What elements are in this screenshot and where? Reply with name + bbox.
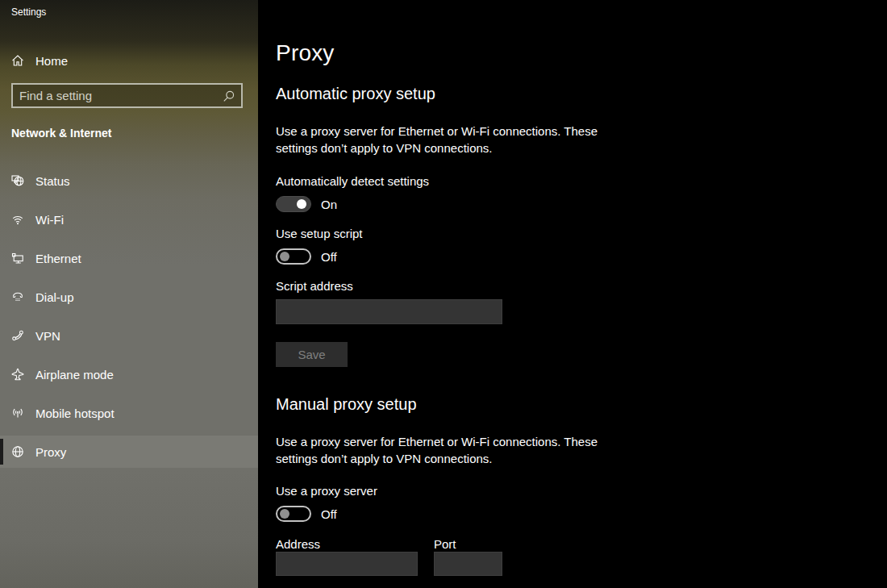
sidebar-item-wifi[interactable]: Wi-Fi	[0, 203, 258, 236]
wifi-icon	[11, 213, 24, 226]
toggle-knob	[280, 509, 289, 519]
selected-item-indicator	[0, 439, 3, 465]
save-button[interactable]: Save	[276, 342, 348, 367]
settings-window: Settings Home Network & Internet Status	[0, 0, 887, 588]
sidebar-group-header: Network & Internet	[11, 127, 111, 140]
manual-proxy-heading: Manual proxy setup	[276, 395, 417, 414]
auto-detect-label: Automatically detect settings	[276, 174, 429, 188]
sidebar-item-label: Home	[35, 54, 68, 68]
hotspot-icon	[11, 407, 24, 419]
address-label: Address	[276, 537, 320, 551]
auto-detect-state: On	[321, 198, 337, 211]
proxy-globe-icon	[11, 445, 24, 458]
port-label: Port	[434, 537, 456, 551]
use-setup-script-state: Off	[321, 250, 337, 264]
use-proxy-server-state: Off	[321, 507, 337, 521]
automatic-proxy-description: Use a proxy server for Ethernet or Wi-Fi…	[276, 123, 632, 156]
use-setup-script-toggle[interactable]	[276, 248, 311, 265]
sidebar-item-mobile-hotspot[interactable]: Mobile hotspot	[0, 397, 258, 429]
toggle-knob	[297, 199, 306, 209]
search-input[interactable]	[13, 85, 241, 106]
port-input[interactable]	[434, 552, 502, 576]
sidebar-item-ethernet[interactable]: Ethernet	[0, 242, 258, 274]
toggle-knob	[280, 252, 289, 261]
vpn-icon	[11, 329, 24, 342]
script-address-input[interactable]	[276, 299, 502, 324]
sidebar-item-label: Dial-up	[35, 290, 74, 304]
sidebar-item-label: Status	[35, 174, 70, 188]
script-address-label: Script address	[276, 279, 353, 293]
sidebar-item-label: Airplane mode	[35, 368, 114, 382]
sidebar: Settings Home Network & Internet Status	[0, 0, 258, 588]
use-proxy-server-label: Use a proxy server	[276, 484, 377, 498]
sidebar-item-home[interactable]: Home	[0, 44, 258, 77]
ethernet-icon	[11, 252, 24, 265]
sidebar-item-label: VPN	[35, 329, 60, 343]
search-icon[interactable]	[222, 90, 235, 103]
use-setup-script-label: Use setup script	[276, 227, 363, 240]
sidebar-item-label: Proxy	[35, 445, 66, 459]
auto-detect-toggle[interactable]	[276, 196, 311, 212]
automatic-proxy-heading: Automatic proxy setup	[276, 85, 435, 103]
sidebar-item-dialup[interactable]: Dial-up	[0, 281, 258, 313]
search-box	[11, 83, 243, 108]
airplane-icon	[11, 368, 24, 381]
proxy-settings-page: Proxy Automatic proxy setup Use a proxy …	[258, 0, 887, 588]
home-icon	[11, 54, 24, 67]
window-title: Settings	[11, 6, 46, 18]
address-input[interactable]	[276, 552, 418, 576]
sidebar-item-proxy[interactable]: Proxy	[0, 436, 258, 468]
sidebar-item-label: Mobile hotspot	[35, 407, 115, 420]
use-proxy-server-toggle[interactable]	[276, 506, 311, 522]
sidebar-item-label: Wi-Fi	[35, 213, 64, 227]
page-title: Proxy	[276, 40, 335, 66]
sidebar-item-status[interactable]: Status	[0, 165, 258, 197]
sidebar-item-label: Ethernet	[35, 252, 81, 265]
status-globe-icon	[11, 174, 24, 187]
dialup-phone-icon	[11, 290, 24, 303]
sidebar-item-vpn[interactable]: VPN	[0, 319, 258, 352]
manual-proxy-description: Use a proxy server for Ethernet or Wi-Fi…	[276, 433, 632, 467]
sidebar-item-airplane-mode[interactable]: Airplane mode	[0, 358, 258, 390]
